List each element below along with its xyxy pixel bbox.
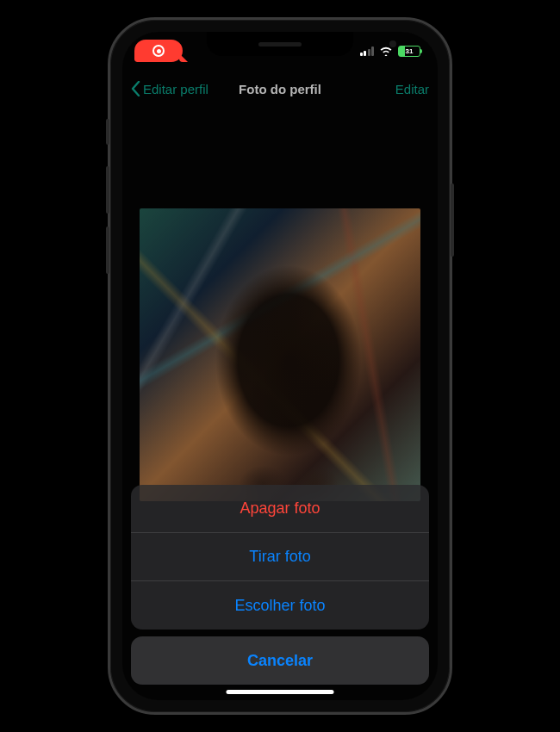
back-button[interactable]: Editar perfil — [131, 81, 208, 96]
volume-up-button — [106, 166, 109, 214]
take-photo-option[interactable]: Tirar foto — [131, 533, 429, 581]
chevron-left-icon — [131, 81, 140, 96]
profile-photo — [140, 208, 420, 501]
photo-face-silhouette — [140, 208, 420, 501]
power-button — [451, 183, 454, 257]
speaker-grille — [258, 42, 302, 47]
choose-photo-option[interactable]: Escolher foto — [131, 581, 429, 630]
front-camera — [389, 40, 396, 47]
cancel-button[interactable]: Cancelar — [131, 636, 429, 685]
volume-down-button — [106, 226, 109, 274]
back-label: Editar perfil — [143, 82, 208, 96]
mute-switch — [106, 119, 109, 145]
phone-device-frame: 31 Editar perfil Foto do perfil Editar A… — [108, 17, 452, 715]
home-indicator[interactable] — [227, 690, 334, 694]
phone-screen: 31 Editar perfil Foto do perfil Editar A… — [122, 32, 438, 700]
action-sheet: Apagar foto Tirar foto Escolher foto Can… — [131, 485, 429, 685]
navigation-bar: Editar perfil Foto do perfil Editar — [122, 70, 438, 108]
page-title: Foto do perfil — [239, 82, 321, 96]
action-sheet-options: Apagar foto Tirar foto Escolher foto — [131, 485, 429, 630]
delete-photo-option[interactable]: Apagar foto — [131, 485, 429, 533]
edit-button[interactable]: Editar — [395, 82, 429, 96]
notch — [122, 32, 438, 63]
